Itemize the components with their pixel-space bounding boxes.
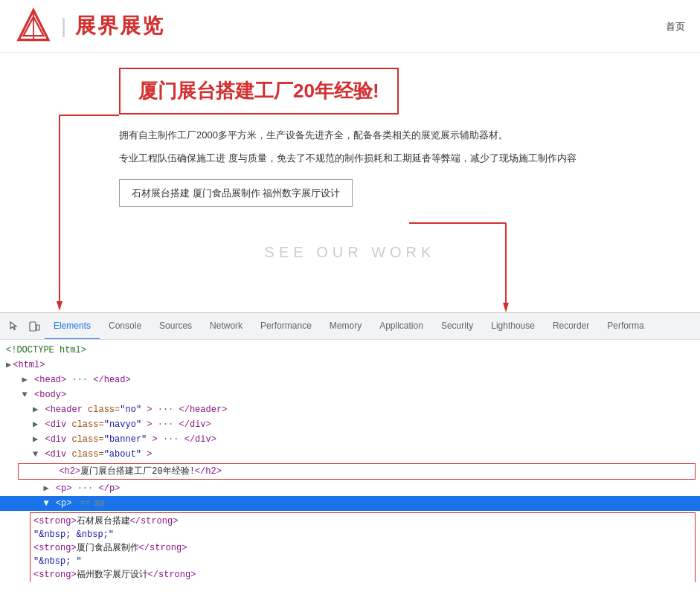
svg-marker-5 <box>57 301 62 311</box>
dom-header[interactable]: ▶ <header class="no" > ··· </header> <box>0 402 700 417</box>
dom-nbsp-1: "&nbsp; &nbsp;" <box>33 528 692 541</box>
site-header: | 展界展览 首页 <box>0 0 700 53</box>
dom-html[interactable]: ▶<html> <box>0 358 700 373</box>
dom-head[interactable]: ▶ <head> ··· </head> <box>0 373 700 387</box>
device-toolbar-icon[interactable] <box>24 316 45 337</box>
expand-navyo-icon[interactable]: ▶ <box>33 419 38 430</box>
tab-recorder[interactable]: Recorder <box>544 313 598 340</box>
tab-performa[interactable]: Performa <box>598 313 652 340</box>
expand-p-icon[interactable]: ▶ <box>43 483 48 494</box>
svg-rect-9 <box>30 322 36 331</box>
hero-links[interactable]: 石材展台搭建 厦门食品展制作 福州数字展厅设计 <box>132 187 340 199</box>
hero-section: 厦门展台搭建工厂20年经验! 拥有自主制作工厂2000多平方米，生产设备先进齐全… <box>0 53 700 222</box>
dom-banner[interactable]: ▶ <div class="banner" > ··· </div> <box>0 432 700 447</box>
tab-performance[interactable]: Performance <box>251 313 321 340</box>
dom-strong-3[interactable]: <strong>福州数字展厅设计</strong> <box>33 568 692 582</box>
tab-console[interactable]: Console <box>100 313 150 340</box>
dom-navyo[interactable]: ▶ <div class="navyo" > ··· </div> <box>0 417 700 432</box>
hero-desc2: 专业工程队伍确保施工进 度与质量，免去了不规范的制作损耗和工期延沓等弊端，减少了… <box>119 149 581 167</box>
expand-about-icon[interactable]: ▼ <box>33 449 38 460</box>
inspect-element-icon[interactable] <box>3 316 24 337</box>
tab-memory[interactable]: Memory <box>321 313 370 340</box>
tab-network[interactable]: Network <box>201 313 251 340</box>
dom-body-open[interactable]: ▼ <body> <box>0 387 700 402</box>
dom-nbsp-2: "&nbsp; " <box>33 555 692 568</box>
website-preview: | 展界展览 首页 厦门展台搭建工厂20年经验! 拥有自主制作工厂2000多平方… <box>0 0 700 312</box>
dom-h2-highlight[interactable]: <h2>厦门展台搭建工厂20年经验!</h2> <box>18 463 696 480</box>
expand-header-icon[interactable]: ▶ <box>33 405 38 415</box>
devtools-panel: Elements Console Sources Network Perform… <box>0 312 700 582</box>
dom-strong-2[interactable]: <strong>厦门食品展制作</strong> <box>33 541 692 555</box>
expand-html-icon[interactable]: ▶ <box>6 360 11 370</box>
expand-banner-icon[interactable]: ▶ <box>33 434 38 445</box>
see-work-text: SEE OUR WORK <box>0 244 700 261</box>
dom-nbsp-3: "&nb… <box>33 582 692 582</box>
dom-h2[interactable]: <h2>厦门展台搭建工厂20年经验!</h2> <box>22 465 692 478</box>
nav-home[interactable]: 首页 <box>666 21 685 32</box>
hero-title: 厦门展台搭建工厂20年经验! <box>138 78 379 104</box>
tab-lighthouse[interactable]: Lighthouse <box>482 313 544 340</box>
tab-application[interactable]: Application <box>370 313 432 340</box>
dom-p-selected[interactable]: ▼ <p> == $0 <box>0 496 700 511</box>
tab-elements[interactable]: Elements <box>45 313 100 340</box>
devtools-tabs: Elements Console Sources Network Perform… <box>0 313 700 340</box>
hero-links-box: 石材展台搭建 厦门食品展制作 福州数字展厅设计 <box>119 179 353 207</box>
tab-security[interactable]: Security <box>432 313 482 340</box>
expand-body-icon[interactable]: ▼ <box>22 390 28 400</box>
tab-sources[interactable]: Sources <box>150 313 201 340</box>
nav-menu: 首页 <box>666 19 685 33</box>
dom-doctype: <!DOCTYPE html> <box>0 343 700 358</box>
dom-p-content-highlight: <strong>石材展台搭建</strong> "&nbsp; &nbsp;" … <box>30 512 696 582</box>
dom-about[interactable]: ▼ <div class="about" > <box>0 447 700 462</box>
svg-rect-10 <box>36 325 39 330</box>
dom-strong-1[interactable]: <strong>石材展台搭建</strong> <box>33 515 692 528</box>
hero-desc1: 拥有自主制作工厂2000多平方米，生产设备先进齐全，配备各类相关的展览展示辅助器… <box>119 126 581 144</box>
dom-p-collapsed[interactable]: ▶ <p> ··· </p> <box>0 481 700 496</box>
logo-text: 展界展览 <box>75 12 164 40</box>
devtools-dom-content[interactable]: <!DOCTYPE html> ▶<html> ▶ <head> ··· </h… <box>0 340 700 582</box>
hero-title-box: 厦门展台搭建工厂20年经验! <box>119 68 399 115</box>
logo-icon <box>15 7 52 45</box>
logo-area: | 展界展览 <box>15 7 164 45</box>
svg-marker-8 <box>503 303 509 312</box>
expand-head-icon[interactable]: ▶ <box>22 375 28 385</box>
